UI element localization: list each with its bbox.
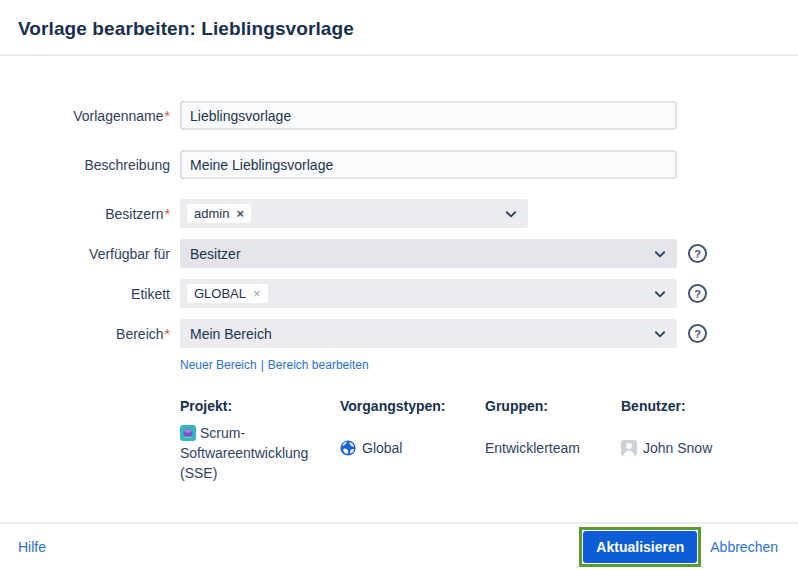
user-value: John Snow — [643, 438, 712, 458]
scope-label: Bereich* — [12, 326, 170, 342]
required-asterisk: * — [165, 206, 170, 222]
template-name-input[interactable] — [180, 101, 677, 130]
available-for-row: Verfügbar für Besitzer ? — [12, 239, 798, 268]
help-link[interactable]: Hilfe — [18, 539, 46, 555]
help-icon[interactable]: ? — [688, 324, 707, 343]
etikett-tag-global: GLOBAL × — [187, 284, 268, 303]
chevron-down-icon — [504, 207, 518, 221]
users-cell: John Snow — [621, 438, 798, 458]
new-scope-link[interactable]: Neuer Bereich — [180, 358, 257, 372]
project-name: Scrum-Softwareentwicklung (SSE) — [180, 425, 308, 481]
scope-row: Bereich* Mein Bereich ? — [12, 319, 798, 348]
chevron-down-icon — [653, 247, 667, 261]
owner-tag-label: admin — [194, 206, 229, 221]
issue-types-column-header: Vorgangstypen: — [340, 396, 485, 416]
etikett-select[interactable]: GLOBAL × — [180, 279, 677, 308]
template-summary: Projekt: Scrum-Softwareentwicklung (SSE)… — [180, 396, 798, 483]
owners-row: Besitzern* admin × — [12, 199, 798, 228]
groups-value: Entwicklerteam — [485, 438, 580, 458]
issue-types-cell: Global — [340, 438, 485, 458]
remove-tag-icon[interactable]: × — [236, 207, 244, 220]
etikett-tag-label: GLOBAL — [194, 286, 246, 301]
edit-template-dialog: Vorlage bearbeiten: Lieblingsvorlage Vor… — [0, 0, 798, 570]
edit-scope-link[interactable]: Bereich bearbeiten — [268, 358, 369, 372]
scope-links: Neuer Bereich|Bereich bearbeiten — [180, 358, 798, 372]
template-name-row: Vorlagenname* — [12, 101, 798, 130]
project-avatar-icon — [180, 425, 196, 441]
template-name-label: Vorlagenname* — [12, 108, 170, 124]
page-title: Vorlage bearbeiten: Lieblingsvorlage — [18, 18, 780, 40]
owners-label: Besitzern* — [12, 206, 170, 222]
scope-select[interactable]: Mein Bereich — [180, 319, 677, 348]
groups-column-header: Gruppen: — [485, 396, 621, 416]
available-for-label: Verfügbar für — [12, 246, 170, 262]
update-button-highlight: Aktualisieren — [579, 527, 701, 567]
required-asterisk: * — [165, 326, 170, 342]
issue-types-value: Global — [362, 438, 402, 458]
etikett-label: Etikett — [12, 286, 170, 302]
summary-column-users: Benutzer: John Snow — [621, 396, 798, 483]
chevron-down-icon — [653, 287, 667, 301]
dialog-header: Vorlage bearbeiten: Lieblingsvorlage — [0, 0, 798, 54]
template-form: Vorlagenname* Beschreibung Besitzern* ad… — [0, 56, 798, 483]
user-avatar-icon — [621, 440, 637, 456]
groups-cell: Entwicklerteam — [485, 438, 621, 458]
description-label: Beschreibung — [12, 157, 170, 173]
help-icon[interactable]: ? — [688, 244, 707, 263]
required-asterisk: * — [165, 108, 170, 124]
available-for-value: Besitzer — [190, 246, 241, 262]
etikett-row: Etikett GLOBAL × ? — [12, 279, 798, 308]
globe-icon — [340, 440, 356, 456]
remove-tag-icon[interactable]: × — [253, 287, 261, 300]
summary-column-project: Projekt: Scrum-Softwareentwicklung (SSE) — [180, 396, 340, 483]
chevron-down-icon — [653, 327, 667, 341]
scope-value: Mein Bereich — [190, 326, 272, 342]
users-column-header: Benutzer: — [621, 396, 798, 416]
owners-select[interactable]: admin × — [180, 199, 528, 228]
project-column-header: Projekt: — [180, 396, 340, 416]
link-separator: | — [261, 358, 264, 372]
summary-column-issue-types: Vorgangstypen: Global — [340, 396, 485, 483]
description-input[interactable] — [180, 150, 677, 179]
dialog-footer: Hilfe Aktualisieren Abbrechen — [0, 522, 798, 570]
project-cell: Scrum-Softwareentwicklung (SSE) — [180, 423, 330, 483]
available-for-select[interactable]: Besitzer — [180, 239, 677, 268]
help-icon[interactable]: ? — [688, 284, 707, 303]
summary-column-groups: Gruppen: Entwicklerteam — [485, 396, 621, 483]
update-button[interactable]: Aktualisieren — [583, 531, 697, 563]
cancel-link[interactable]: Abbrechen — [710, 539, 778, 555]
owner-tag-admin: admin × — [187, 204, 251, 223]
description-row: Beschreibung — [12, 150, 798, 179]
